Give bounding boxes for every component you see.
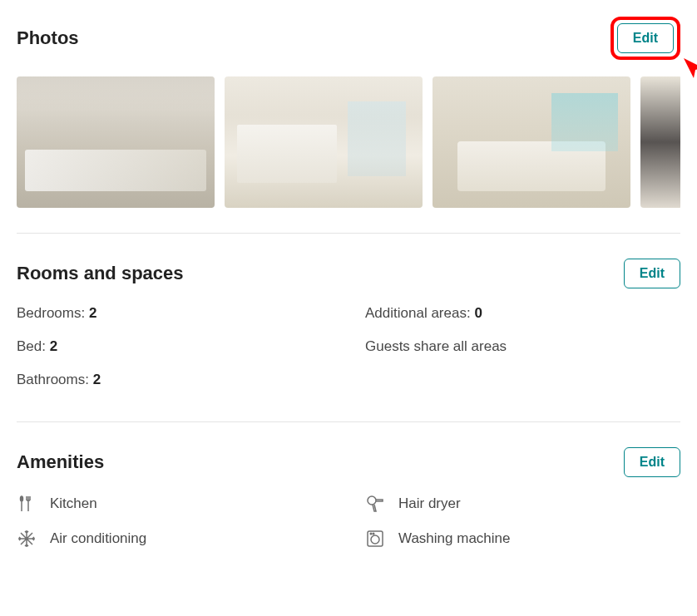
amenities-section: Amenities Edit Kitchen Air conditioning xyxy=(17,447,680,564)
amenity-hairdryer-label: Hair dryer xyxy=(398,495,461,512)
rooms-section: Rooms and spaces Edit Bedrooms: 2 Bed: 2… xyxy=(17,259,680,422)
bathrooms-value: 2 xyxy=(93,372,101,387)
amenity-washer-label: Washing machine xyxy=(398,530,511,547)
bedrooms-line: Bedrooms: 2 xyxy=(17,305,332,322)
bed-label: Bed: xyxy=(17,338,50,354)
divider xyxy=(17,421,680,422)
edit-rooms-button[interactable]: Edit xyxy=(624,259,680,288)
amenities-title: Amenities xyxy=(17,451,104,473)
bathrooms-line: Bathrooms: 2 xyxy=(17,372,332,388)
additional-areas-line: Additional areas: 0 xyxy=(365,305,680,322)
photo-thumb-1[interactable] xyxy=(17,76,215,208)
guests-share-line: Guests share all areas xyxy=(365,338,680,355)
amenity-aircon-label: Air conditioning xyxy=(50,530,146,547)
photos-header: Photos Edit xyxy=(17,17,680,60)
rooms-header: Rooms and spaces Edit xyxy=(17,259,680,288)
edit-amenities-button[interactable]: Edit xyxy=(624,447,680,477)
edit-photos-button[interactable]: Edit xyxy=(617,23,674,53)
svg-point-3 xyxy=(370,533,372,535)
amenities-header: Amenities Edit xyxy=(17,447,680,477)
edit-photos-highlight: Edit xyxy=(610,17,680,60)
additional-areas-value: 0 xyxy=(474,305,482,321)
svg-point-2 xyxy=(371,535,379,544)
rooms-left-col: Bedrooms: 2 Bed: 2 Bathrooms: 2 xyxy=(17,305,332,405)
svg-point-4 xyxy=(373,533,374,535)
bedrooms-label: Bedrooms: xyxy=(17,305,89,321)
photo-thumb-4[interactable] xyxy=(640,76,680,208)
rooms-title: Rooms and spaces xyxy=(17,263,184,284)
amenity-kitchen: Kitchen xyxy=(17,494,332,514)
amenities-list: Kitchen Air conditioning Hair dryer W xyxy=(17,494,680,564)
photo-thumb-3[interactable] xyxy=(433,76,630,208)
cursor-arrow-icon xyxy=(679,53,697,83)
washer-icon xyxy=(365,529,385,549)
photos-section: Photos Edit xyxy=(17,17,680,234)
guests-share-label: Guests share all areas xyxy=(365,338,507,354)
rooms-right-col: Additional areas: 0 Guests share all are… xyxy=(365,305,680,405)
photo-thumb-2[interactable] xyxy=(225,76,423,208)
bed-line: Bed: 2 xyxy=(17,338,332,355)
photos-title: Photos xyxy=(17,27,79,49)
additional-areas-label: Additional areas: xyxy=(365,305,474,321)
kitchen-icon xyxy=(17,494,37,514)
bed-value: 2 xyxy=(50,338,57,354)
svg-point-0 xyxy=(368,496,376,505)
amenity-washer: Washing machine xyxy=(365,529,680,549)
divider xyxy=(17,233,680,234)
amenities-right-col: Hair dryer Washing machine xyxy=(365,494,680,564)
amenity-aircon: Air conditioning xyxy=(17,529,332,549)
bedrooms-value: 2 xyxy=(89,305,96,321)
photo-strip[interactable] xyxy=(17,76,680,208)
snowflake-icon xyxy=(17,529,37,549)
rooms-info: Bedrooms: 2 Bed: 2 Bathrooms: 2 Addition… xyxy=(17,305,680,405)
amenities-left-col: Kitchen Air conditioning xyxy=(17,494,332,564)
hairdryer-icon xyxy=(365,494,385,514)
amenity-hairdryer: Hair dryer xyxy=(365,494,680,514)
bathrooms-label: Bathrooms: xyxy=(17,372,93,387)
amenity-kitchen-label: Kitchen xyxy=(50,495,97,512)
